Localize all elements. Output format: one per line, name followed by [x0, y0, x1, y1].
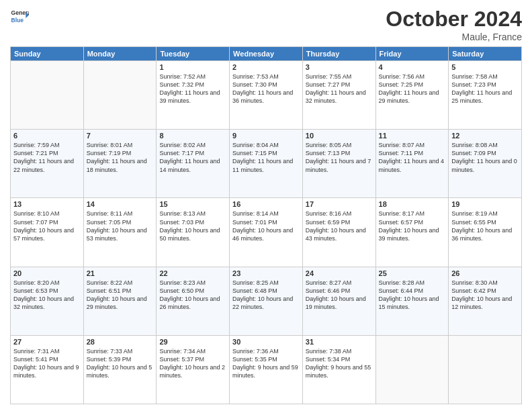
- day-number: 3: [306, 63, 373, 71]
- day-number: 27: [13, 338, 81, 346]
- calendar-week-row: 20Sunrise: 8:20 AMSunset: 6:53 PMDayligh…: [11, 267, 522, 335]
- table-row: 29Sunrise: 7:34 AMSunset: 5:37 PMDayligh…: [157, 335, 230, 404]
- day-number: 8: [159, 132, 226, 140]
- table-row: 15Sunrise: 8:13 AMSunset: 7:03 PMDayligh…: [157, 198, 230, 267]
- day-info: Sunrise: 8:13 AMSunset: 7:03 PMDaylight:…: [159, 210, 226, 242]
- table-row: 7Sunrise: 8:01 AMSunset: 7:19 PMDaylight…: [83, 130, 157, 198]
- table-row: [11, 61, 84, 130]
- col-tuesday: Tuesday: [157, 47, 230, 61]
- day-number: 26: [451, 269, 519, 277]
- day-info: Sunrise: 8:28 AMSunset: 6:44 PMDaylight:…: [379, 279, 446, 312]
- day-number: 30: [232, 338, 300, 346]
- day-info: Sunrise: 8:02 AMSunset: 7:17 PMDaylight:…: [159, 141, 226, 174]
- table-row: 4Sunrise: 7:56 AMSunset: 7:25 PMDaylight…: [375, 61, 449, 130]
- day-number: 5: [451, 63, 519, 71]
- day-number: 10: [306, 132, 373, 140]
- table-row: 23Sunrise: 8:25 AMSunset: 6:48 PMDayligh…: [230, 267, 303, 335]
- table-row: 22Sunrise: 8:23 AMSunset: 6:50 PMDayligh…: [157, 267, 230, 335]
- day-number: 23: [232, 269, 300, 277]
- day-info: Sunrise: 7:56 AMSunset: 7:25 PMDaylight:…: [379, 73, 446, 105]
- table-row: 2Sunrise: 7:53 AMSunset: 7:30 PMDaylight…: [230, 61, 303, 130]
- day-info: Sunrise: 7:52 AMSunset: 7:32 PMDaylight:…: [159, 73, 226, 105]
- header: General Blue October 2024 Maule, France: [10, 7, 522, 42]
- day-info: Sunrise: 8:27 AMSunset: 6:46 PMDaylight:…: [306, 279, 373, 312]
- day-number: 13: [13, 200, 81, 208]
- day-info: Sunrise: 8:16 AMSunset: 6:59 PMDaylight:…: [306, 210, 373, 242]
- table-row: [83, 61, 157, 130]
- day-info: Sunrise: 8:10 AMSunset: 7:07 PMDaylight:…: [13, 210, 81, 242]
- col-wednesday: Wednesday: [230, 47, 303, 61]
- table-row: [375, 335, 449, 404]
- table-row: 28Sunrise: 7:33 AMSunset: 5:39 PMDayligh…: [83, 335, 157, 404]
- table-row: 8Sunrise: 8:02 AMSunset: 7:17 PMDaylight…: [157, 130, 230, 198]
- day-number: 15: [159, 200, 226, 208]
- page: General Blue October 2024 Maule, France …: [0, 0, 532, 411]
- day-info: Sunrise: 7:59 AMSunset: 7:21 PMDaylight:…: [13, 141, 81, 174]
- table-row: 12Sunrise: 8:08 AMSunset: 7:09 PMDayligh…: [449, 130, 522, 198]
- day-info: Sunrise: 8:23 AMSunset: 6:50 PMDaylight:…: [159, 279, 226, 312]
- table-row: 21Sunrise: 8:22 AMSunset: 6:51 PMDayligh…: [83, 267, 157, 335]
- day-number: 16: [232, 200, 300, 208]
- table-row: 26Sunrise: 8:30 AMSunset: 6:42 PMDayligh…: [449, 267, 522, 335]
- day-number: 19: [451, 200, 519, 208]
- day-number: 9: [232, 132, 300, 140]
- day-number: 17: [306, 200, 373, 208]
- table-row: 31Sunrise: 7:38 AMSunset: 5:34 PMDayligh…: [302, 335, 375, 404]
- day-info: Sunrise: 7:34 AMSunset: 5:37 PMDaylight:…: [159, 347, 226, 380]
- table-row: 6Sunrise: 7:59 AMSunset: 7:21 PMDaylight…: [11, 130, 84, 198]
- col-sunday: Sunday: [11, 47, 84, 61]
- day-info: Sunrise: 7:58 AMSunset: 7:23 PMDaylight:…: [451, 73, 519, 105]
- day-info: Sunrise: 8:01 AMSunset: 7:19 PMDaylight:…: [87, 141, 154, 174]
- calendar-table: Sunday Monday Tuesday Wednesday Thursday…: [10, 46, 522, 404]
- calendar-week-row: 6Sunrise: 7:59 AMSunset: 7:21 PMDaylight…: [11, 130, 522, 198]
- day-info: Sunrise: 8:14 AMSunset: 7:01 PMDaylight:…: [232, 210, 300, 242]
- day-number: 6: [13, 132, 81, 140]
- table-row: 1Sunrise: 7:52 AMSunset: 7:32 PMDaylight…: [157, 61, 230, 130]
- day-info: Sunrise: 8:07 AMSunset: 7:11 PMDaylight:…: [379, 141, 446, 174]
- col-thursday: Thursday: [302, 47, 375, 61]
- day-number: 1: [159, 63, 226, 71]
- table-row: 16Sunrise: 8:14 AMSunset: 7:01 PMDayligh…: [230, 198, 303, 267]
- day-number: 22: [159, 269, 226, 277]
- day-info: Sunrise: 7:53 AMSunset: 7:30 PMDaylight:…: [232, 73, 300, 105]
- location-subtitle: Maule, France: [386, 32, 522, 42]
- table-row: 13Sunrise: 8:10 AMSunset: 7:07 PMDayligh…: [11, 198, 84, 267]
- calendar-header-row: Sunday Monday Tuesday Wednesday Thursday…: [11, 47, 522, 61]
- day-number: 2: [232, 63, 300, 71]
- day-info: Sunrise: 7:33 AMSunset: 5:39 PMDaylight:…: [87, 347, 154, 380]
- table-row: 20Sunrise: 8:20 AMSunset: 6:53 PMDayligh…: [11, 267, 84, 335]
- day-info: Sunrise: 8:19 AMSunset: 6:55 PMDaylight:…: [451, 210, 519, 242]
- day-number: 25: [379, 269, 446, 277]
- day-number: 20: [13, 269, 81, 277]
- table-row: 24Sunrise: 8:27 AMSunset: 6:46 PMDayligh…: [302, 267, 375, 335]
- calendar-week-row: 13Sunrise: 8:10 AMSunset: 7:07 PMDayligh…: [11, 198, 522, 267]
- day-info: Sunrise: 8:30 AMSunset: 6:42 PMDaylight:…: [451, 279, 519, 312]
- day-number: 11: [379, 132, 446, 140]
- day-number: 29: [159, 338, 226, 346]
- table-row: 5Sunrise: 7:58 AMSunset: 7:23 PMDaylight…: [449, 61, 522, 130]
- table-row: 25Sunrise: 8:28 AMSunset: 6:44 PMDayligh…: [375, 267, 449, 335]
- title-block: October 2024 Maule, France: [386, 7, 522, 42]
- day-info: Sunrise: 8:05 AMSunset: 7:13 PMDaylight:…: [306, 141, 373, 174]
- table-row: 10Sunrise: 8:05 AMSunset: 7:13 PMDayligh…: [302, 130, 375, 198]
- day-info: Sunrise: 7:38 AMSunset: 5:34 PMDaylight:…: [306, 347, 373, 380]
- day-number: 24: [306, 269, 373, 277]
- day-number: 12: [451, 132, 519, 140]
- table-row: 11Sunrise: 8:07 AMSunset: 7:11 PMDayligh…: [375, 130, 449, 198]
- logo-icon: General Blue: [10, 7, 29, 26]
- table-row: 30Sunrise: 7:36 AMSunset: 5:35 PMDayligh…: [230, 335, 303, 404]
- day-info: Sunrise: 7:31 AMSunset: 5:41 PMDaylight:…: [13, 347, 81, 380]
- day-number: 7: [87, 132, 154, 140]
- day-info: Sunrise: 7:36 AMSunset: 5:35 PMDaylight:…: [232, 347, 300, 380]
- month-title: October 2024: [386, 7, 522, 32]
- table-row: 27Sunrise: 7:31 AMSunset: 5:41 PMDayligh…: [11, 335, 84, 404]
- table-row: [449, 335, 522, 404]
- day-info: Sunrise: 8:04 AMSunset: 7:15 PMDaylight:…: [232, 141, 300, 174]
- svg-text:Blue: Blue: [11, 17, 24, 24]
- table-row: 17Sunrise: 8:16 AMSunset: 6:59 PMDayligh…: [302, 198, 375, 267]
- day-info: Sunrise: 8:17 AMSunset: 6:57 PMDaylight:…: [379, 210, 446, 242]
- day-number: 14: [87, 200, 154, 208]
- col-saturday: Saturday: [449, 47, 522, 61]
- col-monday: Monday: [83, 47, 157, 61]
- day-number: 4: [379, 63, 446, 71]
